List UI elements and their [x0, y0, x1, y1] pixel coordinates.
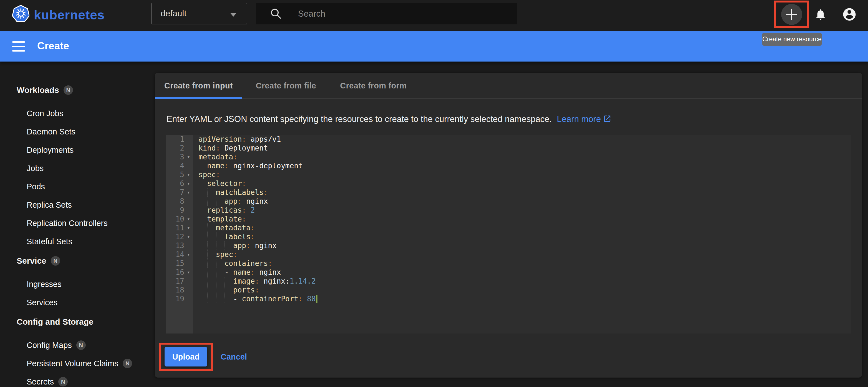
- editor-line-6[interactable]: 6▾ selector:: [166, 179, 851, 188]
- tab-create-from-form[interactable]: Create from form: [330, 73, 417, 98]
- editor-line-1[interactable]: 1apiVersion: apps/v1: [166, 135, 851, 144]
- fold-chevron-down-icon[interactable]: ▾: [184, 268, 193, 277]
- editor-line-14[interactable]: 14▾ spec:: [166, 250, 851, 259]
- sidebar-item-secrets[interactable]: SecretsN: [0, 373, 155, 387]
- token-number: 80: [307, 295, 315, 303]
- fold-spacer: [184, 197, 193, 206]
- token-colon: :: [224, 162, 229, 170]
- sidebar-item-daemon-sets[interactable]: Daemon Sets: [0, 122, 155, 141]
- upload-button[interactable]: Upload: [164, 347, 207, 366]
- editor-line-7[interactable]: 7▾ matchLabels:: [166, 188, 851, 197]
- editor-line-3[interactable]: 3▾metadata:: [166, 152, 851, 161]
- search-input[interactable]: [298, 3, 509, 25]
- code-content: spec:: [193, 250, 238, 259]
- token-plain: nginx: [251, 242, 277, 250]
- code-content: selector:: [193, 179, 246, 188]
- sidebar-item-deployments[interactable]: Deployments: [0, 141, 155, 159]
- tab-create-from-input[interactable]: Create from input: [155, 73, 242, 98]
- sidebar-section-label: Service: [17, 256, 46, 266]
- line-number: 7: [166, 188, 184, 197]
- editor-line-16[interactable]: 16▾ - name: nginx: [166, 268, 851, 277]
- sidebar-item-pods[interactable]: Pods: [0, 177, 155, 196]
- editor-line-4[interactable]: 4 name: nginx-deployment: [166, 161, 851, 170]
- sidebar-item-services[interactable]: Services: [0, 293, 155, 312]
- code-content: name: nginx-deployment: [193, 161, 303, 170]
- indent-guide: [207, 285, 208, 294]
- token-key: name: [207, 162, 224, 170]
- sidebar-section-config-and-storage[interactable]: Config and Storage: [17, 315, 155, 329]
- indent-guide: [207, 223, 208, 232]
- fold-chevron-down-icon[interactable]: ▾: [184, 152, 193, 161]
- fold-chevron-down-icon[interactable]: ▾: [184, 170, 193, 179]
- sidebar-section-workloads[interactable]: WorkloadsN: [17, 83, 155, 97]
- indent-guide: [207, 232, 208, 241]
- learn-more-link[interactable]: Learn more: [557, 114, 601, 124]
- search-bar[interactable]: [256, 3, 517, 24]
- sidebar-section-service[interactable]: ServiceN: [17, 254, 155, 268]
- sidebar-item-replica-sets[interactable]: Replica Sets: [0, 196, 155, 214]
- account-circle-icon[interactable]: [842, 7, 857, 22]
- token-key: apiVersion: [198, 135, 242, 143]
- fold-chevron-down-icon[interactable]: ▾: [184, 250, 193, 259]
- indent-guide: [216, 259, 216, 268]
- notifications-bell-icon[interactable]: [814, 8, 827, 21]
- token-colon: :: [246, 242, 251, 250]
- editor-line-9[interactable]: 9 replicas: 2: [166, 206, 851, 215]
- code-content: image: nginx:1.14.2: [193, 277, 316, 285]
- fold-chevron-down-icon[interactable]: ▾: [184, 215, 193, 223]
- editor-line-8[interactable]: 8 app: nginx: [166, 197, 851, 206]
- sidebar-item-ingresses[interactable]: Ingresses: [0, 275, 155, 293]
- indent-guide: [224, 241, 225, 250]
- editor-line-17[interactable]: 17 image: nginx:1.14.2: [166, 277, 851, 285]
- fold-chevron-down-icon[interactable]: ▾: [184, 188, 193, 197]
- cancel-button[interactable]: Cancel: [221, 352, 247, 361]
- editor-line-12[interactable]: 12▾ labels:: [166, 232, 851, 241]
- token-colon: :: [216, 171, 220, 179]
- token-colon: :: [298, 295, 303, 303]
- token-number: 1.14.2: [290, 277, 316, 285]
- sidebar-item-stateful-sets[interactable]: Stateful Sets: [0, 232, 155, 251]
- token-key: matchLabels: [216, 188, 264, 197]
- sidebar-item-label: Daemon Sets: [27, 127, 75, 136]
- token-colon: :: [242, 215, 246, 223]
- token-key: app: [224, 197, 238, 205]
- kubernetes-logo-icon[interactable]: [12, 4, 29, 23]
- editor-line-2[interactable]: 2kind: Deployment: [166, 144, 851, 152]
- sidebar-item-config-maps[interactable]: Config MapsN: [0, 336, 155, 354]
- sidebar-item-persistent-volume-claims[interactable]: Persistent Volume ClaimsN: [0, 354, 155, 373]
- sidebar-section-label: Config and Storage: [17, 317, 94, 326]
- token-colon: :: [251, 233, 255, 241]
- editor-line-13[interactable]: 13 app: nginx: [166, 241, 851, 250]
- token-colon: :: [242, 206, 246, 214]
- page-title: Create: [37, 31, 69, 62]
- token-plain: [303, 295, 307, 303]
- indent-guide: [207, 241, 208, 250]
- sidebar-item-cron-jobs[interactable]: Cron Jobs: [0, 104, 155, 122]
- brand-title[interactable]: kubernetes: [34, 0, 104, 31]
- editor-line-10[interactable]: 10▾ template:: [166, 215, 851, 223]
- hamburger-menu-icon[interactable]: [12, 41, 25, 51]
- sidebar-item-replication-controllers[interactable]: Replication Controllers: [0, 214, 155, 232]
- yaml-editor[interactable]: 1apiVersion: apps/v12kind: Deployment3▾m…: [166, 135, 851, 333]
- sidebar-item-label: Stateful Sets: [27, 237, 72, 246]
- tooltip-create-new-resource: Create new resource: [762, 33, 822, 46]
- line-number: 8: [166, 197, 184, 206]
- token-key: labels: [224, 233, 251, 241]
- editor-line-18[interactable]: 18 ports:: [166, 285, 851, 294]
- editor-line-15[interactable]: 15 containers:: [166, 259, 851, 268]
- fold-chevron-down-icon[interactable]: ▾: [184, 223, 193, 232]
- create-new-resource-button[interactable]: [781, 4, 802, 25]
- fold-chevron-down-icon[interactable]: ▾: [184, 179, 193, 188]
- namespace-selector[interactable]: default: [151, 3, 247, 24]
- editor-line-5[interactable]: 5▾spec:: [166, 170, 851, 179]
- editor-line-11[interactable]: 11▾ metadata:: [166, 223, 851, 232]
- fold-chevron-down-icon[interactable]: ▾: [184, 232, 193, 241]
- sidebar-item-jobs[interactable]: Jobs: [0, 159, 155, 177]
- token-plain: [246, 206, 251, 214]
- line-number: 13: [166, 241, 184, 250]
- token-plain: nginx: [255, 268, 281, 276]
- search-icon: [270, 7, 282, 20]
- namespaced-badge: N: [123, 359, 132, 368]
- tab-create-from-file[interactable]: Create from file: [242, 73, 330, 98]
- editor-line-19[interactable]: 19 - containerPort: 80: [166, 294, 851, 303]
